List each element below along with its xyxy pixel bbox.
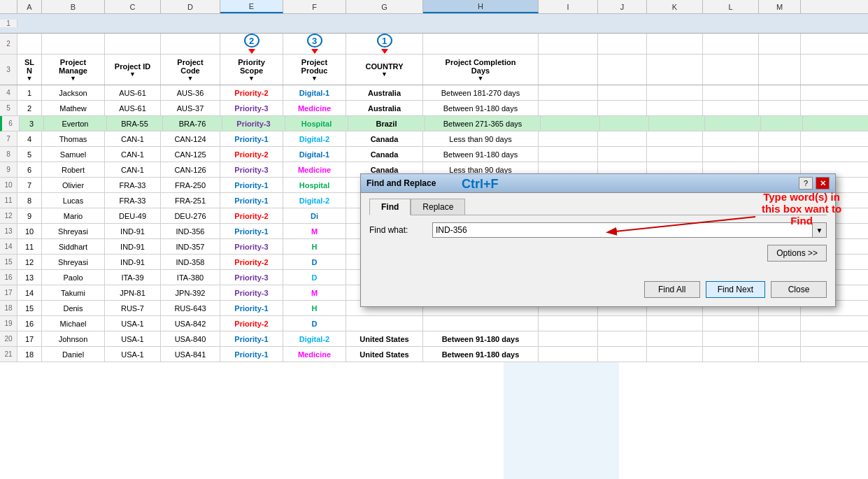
cell-pid-6: BRA-55 <box>107 116 163 131</box>
header-days: Project CompletionDays ▼ <box>423 55 539 85</box>
cell-priority-9: Priority-3 <box>220 162 283 177</box>
cell-sl-19: 16 <box>17 316 42 331</box>
cell-days-8: Between 91-180 days <box>423 147 539 162</box>
cell-code-13: IND-356 <box>161 224 220 238</box>
cell-product-11: Digital-2 <box>283 193 346 208</box>
col-header-E: E <box>220 0 283 13</box>
col-header-M: M <box>759 0 801 13</box>
cell-K-7 <box>647 131 703 146</box>
cell-M-19 <box>759 316 801 331</box>
header-L <box>703 55 759 85</box>
cell-manager-15: Shreyasi <box>42 255 105 269</box>
cell-sl-11: 8 <box>17 193 42 208</box>
cell-manager-4: Jackson <box>42 85 105 100</box>
cell-sl-15: 12 <box>17 255 42 269</box>
cell-pid-5: AUS-61 <box>105 101 161 115</box>
cell-K-21 <box>647 347 703 362</box>
row-num-11: 11 <box>0 193 17 208</box>
cell-2-E: 2 <box>220 34 283 54</box>
cell-priority-11: Priority-1 <box>220 193 283 208</box>
cell-sl-10: 7 <box>17 178 42 192</box>
cell-manager-11: Lucas <box>42 193 105 208</box>
cell-code-19: USA-842 <box>161 316 220 331</box>
cell-product-13: M <box>283 224 346 238</box>
col-header-C: C <box>105 0 161 13</box>
row-num-19: 19 <box>0 316 17 331</box>
cell-priority-20: Priority-1 <box>220 331 283 346</box>
row-num-6: 6 <box>2 116 20 131</box>
cell-pid-14: IND-91 <box>105 239 161 254</box>
cell-J-19 <box>598 316 647 331</box>
row-num-16: 16 <box>0 270 17 285</box>
footer-buttons: Find All Find Next Close <box>644 281 827 298</box>
cell-code-18: RUS-643 <box>161 301 220 315</box>
cell-sl-21: 18 <box>17 347 42 362</box>
header-product: ProjectProduc ▼ <box>283 55 346 85</box>
table-header-row: 3 SLN ▼ ProjectManage ▼ Project ID ▼ Pro… <box>0 55 868 85</box>
cell-I-21 <box>539 347 598 362</box>
cell-priority-5: Priority-3 <box>220 101 283 115</box>
cell-manager-7: Thomas <box>42 131 105 146</box>
close-button[interactable]: Close <box>771 281 827 298</box>
cell-priority-14: Priority-3 <box>220 239 283 254</box>
cell-K-20 <box>647 331 703 346</box>
tab-replace[interactable]: Replace <box>411 199 465 215</box>
spreadsheet-container: A B C D E F G H I J K L M 1 2 <box>0 0 868 479</box>
cell-product-17: M <box>283 285 346 300</box>
cell-product-19: D <box>283 316 346 331</box>
cell-country-19 <box>346 316 423 331</box>
cell-M-5 <box>759 101 801 115</box>
header-priority: PriorityScope ▼ <box>220 55 283 85</box>
cell-sl-9: 6 <box>17 162 42 177</box>
header-sl: SLN ▼ <box>17 55 42 85</box>
row-num-3: 3 <box>0 55 17 85</box>
dialog-help-button[interactable]: ? <box>799 177 813 190</box>
table-row: 5 2 Mathew AUS-61 AUS-37 Priority-3 Medi… <box>0 101 868 116</box>
header-manager: ProjectManage ▼ <box>42 55 105 85</box>
cell-2-F: 3 <box>283 34 346 54</box>
find-next-button[interactable]: Find Next <box>706 281 765 298</box>
cell-pid-21: USA-1 <box>105 347 161 362</box>
row-num-7: 7 <box>0 131 17 146</box>
cell-code-6: BRA-76 <box>163 116 222 131</box>
cell-pid-13: IND-91 <box>105 224 161 238</box>
dialog-title: Find and Replace <box>367 178 436 188</box>
cell-sl-18: 15 <box>17 301 42 315</box>
col-header-D: D <box>161 0 220 13</box>
sort-arrow-E <box>248 49 255 54</box>
dialog-close-button[interactable]: ✕ <box>816 177 830 190</box>
cell-K-19 <box>647 316 703 331</box>
cell-product-12: Di <box>283 208 346 223</box>
cell-days-6: Between 271-365 days <box>425 116 541 131</box>
cell-code-12: DEU-276 <box>161 208 220 223</box>
col-header-H: H <box>423 0 539 13</box>
options-button[interactable]: Options >> <box>767 245 827 262</box>
col-header-F: F <box>283 0 346 13</box>
cell-code-9: CAN-126 <box>161 162 220 177</box>
cell-product-8: Digital-1 <box>283 147 346 162</box>
row-num-17: 17 <box>0 285 17 300</box>
cell-pid-18: RUS-7 <box>105 301 161 315</box>
cell-pid-10: FRA-33 <box>105 178 161 192</box>
cell-K-6 <box>649 116 705 131</box>
find-all-button[interactable]: Find All <box>644 281 700 298</box>
column-headers-row: A B C D E F G H I J K L M <box>0 0 868 14</box>
cell-K-5 <box>647 101 703 115</box>
find-what-label: Find what: <box>369 225 432 235</box>
cell-days-7: Less than 90 days <box>423 131 539 146</box>
cell-M-7 <box>759 131 801 146</box>
row-num-10: 10 <box>0 178 17 192</box>
cell-I-8 <box>539 147 598 162</box>
cell-sl-14: 11 <box>17 239 42 254</box>
cell-product-21: Medicine <box>283 347 346 362</box>
cell-2-L <box>703 34 759 54</box>
cell-sl-7: 4 <box>17 131 42 146</box>
cell-manager-19: Michael <box>42 316 105 331</box>
table-row: 7 4 Thomas CAN-1 CAN-124 Priority-1 Digi… <box>0 131 868 147</box>
cell-manager-16: Paolo <box>42 270 105 285</box>
header-M <box>759 55 801 85</box>
cell-days-21: Between 91-180 days <box>423 347 539 362</box>
cell-priority-19: Priority-2 <box>220 316 283 331</box>
cell-L-19 <box>703 316 759 331</box>
tab-find[interactable]: Find <box>369 199 411 215</box>
